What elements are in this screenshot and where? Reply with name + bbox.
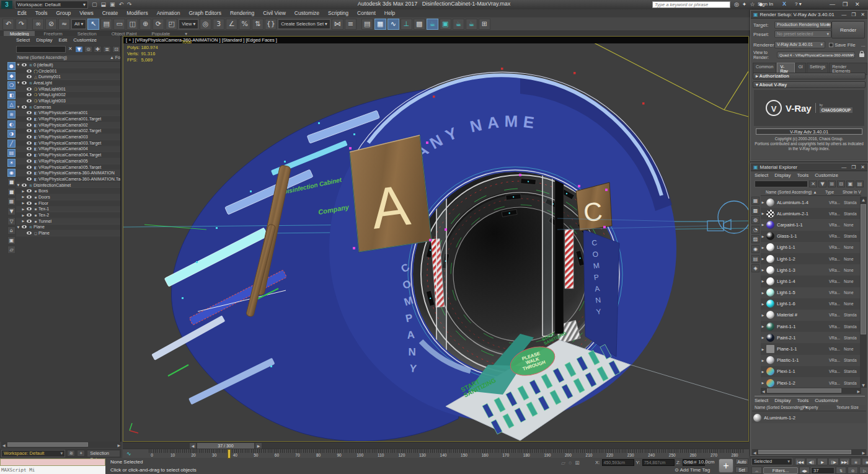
expand-icon[interactable]: ▼ <box>16 81 20 84</box>
tree-row[interactable]: ▶▪Boxs <box>16 188 120 194</box>
expand-icon[interactable]: ▶ <box>21 219 25 223</box>
redo-icon[interactable]: ↷ <box>16 19 27 30</box>
mx-lower-menu-customize[interactable]: Customize <box>815 398 838 403</box>
expand-icon[interactable]: ▶ <box>21 213 25 217</box>
menu-group[interactable]: Group <box>56 9 71 17</box>
material-lower-header[interactable]: Name (Sorted Descending) ▼ Property Text… <box>752 405 866 411</box>
render-setup-titlebar[interactable]: ▣ Render Setup: V-Ray Adv 3.40.01 — ❒ ✕ <box>751 11 867 19</box>
set-key-button[interactable]: Set K. <box>735 467 748 473</box>
viewport-label[interactable]: [ + ] [VRayPhysicalCamera-360-ANIMATION … <box>123 37 748 43</box>
minimize-icon[interactable]: — <box>841 163 846 171</box>
close-icon[interactable]: ✕ <box>861 11 865 18</box>
visibility-eye-icon[interactable] <box>22 105 27 109</box>
tree-row[interactable]: ❍VRayLight001 <box>16 86 120 92</box>
absolute-mode-icon[interactable]: ⊞ <box>575 460 580 466</box>
viewport-3d-scene[interactable]: COMPANY NAME COMPANY COMPANY Disinfectio… <box>123 43 748 441</box>
expand-icon[interactable]: ▶ <box>21 201 25 205</box>
tree-row[interactable]: ◯Circle001 <box>16 68 120 74</box>
3dsmax-logo-icon[interactable]: 3 <box>1 1 12 9</box>
visibility-eye-icon[interactable] <box>27 177 32 181</box>
lock-view-icon[interactable] <box>859 53 864 57</box>
expand-icon[interactable]: ▶ <box>21 189 25 193</box>
sx-tool-icon[interactable]: ✚ <box>94 46 102 53</box>
snap-toggle-3d-icon[interactable]: 3 <box>213 19 224 30</box>
select-by-name-icon[interactable]: ▤ <box>100 19 112 30</box>
mx-rail-icon[interactable]: ▨ <box>751 235 760 243</box>
sx-filter-icon[interactable]: ● <box>7 62 16 70</box>
material-row[interactable]: ▶Material #VRa...Standa <box>761 310 861 321</box>
x-coordinate-field[interactable]: 450,593cm <box>602 459 634 466</box>
visibility-eye-icon[interactable] <box>27 129 32 132</box>
expand-icon[interactable]: ▼ <box>16 225 20 229</box>
target-dropdown[interactable]: ▾Production Rendering Mode <box>774 21 831 29</box>
sx-tool-icon[interactable]: ▼ <box>75 46 83 53</box>
tree-row[interactable]: ◧VRayPhysicalCamera001 <box>16 110 120 117</box>
tree-row[interactable]: ◧VRayPhysicalCamera005.Target <box>16 164 120 171</box>
select-and-move-icon[interactable]: ⊕ <box>140 19 151 30</box>
mx-rail-icon[interactable]: ▩ <box>751 207 760 215</box>
undo-icon[interactable]: ↶ <box>2 19 14 30</box>
sx-filter-icon[interactable]: ◑ <box>7 130 16 138</box>
material-row[interactable]: ▶Light-1-1VRa...None <box>761 242 861 253</box>
selection-set-field[interactable]: Selection Set <box>87 450 120 457</box>
sign-in-button[interactable]: Sign In <box>758 1 773 7</box>
align-icon[interactable]: ≡ <box>345 19 356 30</box>
toggle-scene-explorer-icon[interactable]: ▦ <box>374 19 386 30</box>
menu-help[interactable]: Help <box>384 9 395 17</box>
tree-row[interactable]: △Dummy001 <box>16 74 120 80</box>
expand-icon[interactable]: ▼ <box>16 183 20 187</box>
tree-row[interactable]: ❍VRayLight003 <box>16 98 120 104</box>
tree-row[interactable]: ▼≋DisinfectionCabinet <box>16 182 120 189</box>
isolate-icon[interactable]: ▱ <box>561 460 565 466</box>
select-and-rotate-icon[interactable]: ⟳ <box>153 19 164 30</box>
tree-row[interactable]: ◧VRayPhysicalCamera002.Target <box>16 128 120 135</box>
visibility-eye-icon[interactable] <box>27 123 32 127</box>
titlebar-icon[interactable]: ✦ <box>742 1 747 9</box>
mx-rail-icon[interactable]: ◍ <box>751 216 760 224</box>
visibility-eye-icon[interactable] <box>27 231 32 235</box>
tree-row[interactable]: ◧VRayPhysicalCamera-360-ANIMATION <box>16 170 120 176</box>
spinner-snap-icon[interactable]: ⇅ <box>252 19 264 30</box>
visibility-eye-icon[interactable] <box>27 159 32 163</box>
render-iterative-icon[interactable]: ☕ <box>466 19 477 30</box>
maximize-icon[interactable]: ❒ <box>851 11 856 18</box>
sx-filter-icon[interactable]: ▦ <box>7 197 16 205</box>
expand-icon[interactable]: ▼ <box>16 105 20 109</box>
render-production-icon[interactable]: ☕ <box>453 19 464 30</box>
qat-icon[interactable]: ↶ <box>119 1 124 9</box>
material-row[interactable]: ▶Plastic-1-1VRa...Standa <box>761 355 861 366</box>
titlebar-icon[interactable]: ☆ <box>750 1 755 9</box>
mx-lower-menu-tools[interactable]: Tools <box>797 398 808 403</box>
filters-button[interactable]: Filters... <box>763 467 798 474</box>
time-slider-track[interactable]: ◀ 37 / 300 ▶ <box>123 442 749 449</box>
tree-row[interactable]: ◧VRayPhysicalCamera001.Target <box>16 116 120 122</box>
visibility-eye-icon[interactable] <box>27 153 32 156</box>
visibility-eye-icon[interactable] <box>27 220 32 223</box>
layer-manager-icon[interactable]: ▤ <box>361 19 373 30</box>
edit-named-selection-icon[interactable]: {} <box>265 19 277 30</box>
mx-rail-icon[interactable]: ▤ <box>751 255 760 263</box>
select-and-link-icon[interactable]: ∞ <box>32 19 44 30</box>
mirror-icon[interactable]: ⋈ <box>332 19 343 30</box>
play-icon[interactable]: ▶ <box>817 458 828 465</box>
current-frame-marker[interactable] <box>228 449 231 458</box>
time-slider-handle[interactable]: 37 / 300 <box>197 443 254 449</box>
viewport-nav-icon[interactable]: ⊙ <box>848 467 858 474</box>
qat-icon[interactable]: ⬓ <box>101 1 107 9</box>
mx-search-icon[interactable]: ▤ <box>856 181 864 187</box>
mx-menu-tools[interactable]: Tools <box>797 172 808 178</box>
sx-filter-icon[interactable]: ▣ <box>7 236 16 244</box>
sx-tool-icon[interactable]: ⊡ <box>112 46 120 53</box>
tree-row[interactable]: ▼≋AreaLight <box>16 80 120 86</box>
sx-menu-display[interactable]: Display <box>36 37 52 43</box>
auto-key-button[interactable]: Auto <box>735 458 748 465</box>
menu-modifiers[interactable]: Modifiers <box>126 9 148 17</box>
schematic-view-icon[interactable]: ⊥ <box>401 19 412 30</box>
tree-row[interactable]: ◧VRayPhysicalCamera004.Target <box>16 152 120 158</box>
key-mode-icon[interactable]: ≡ <box>851 458 861 465</box>
bind-to-spacewarp-icon[interactable]: ≈ <box>58 19 70 30</box>
selection-lock-icon[interactable]: ⌖ <box>77 450 85 457</box>
menu-content[interactable]: Content <box>357 9 376 17</box>
tree-row[interactable]: ◧VRayPhysicalCamera-360-ANIMATION.Target <box>16 176 120 182</box>
unlink-selection-icon[interactable]: ⊘ <box>45 19 57 30</box>
